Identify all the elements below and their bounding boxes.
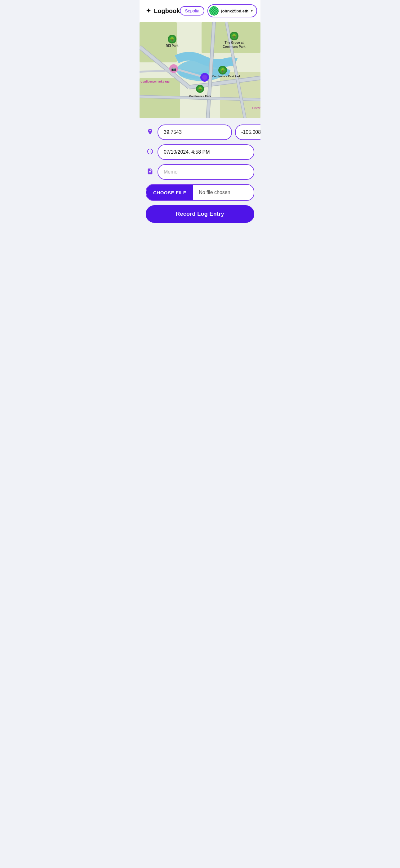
chevron-down-icon: ▾ [251,9,253,13]
bottom-spacer [139,229,261,291]
sparkle-icon: ✦ [146,7,151,15]
svg-text:🌳: 🌳 [170,37,175,42]
avatar-image [209,6,219,16]
svg-text:🌳: 🌳 [220,68,226,73]
app-title: Logbook [154,7,180,14]
wallet-address: johnx25bd.eth [221,9,248,13]
memo-icon [146,168,155,176]
svg-text:Histori: Histori [253,106,261,110]
memo-input[interactable] [158,164,254,180]
app-header: ✦ Logbook Sepolia johnx25bd.eth ▾ [139,0,261,22]
svg-text:Confluence Park / REI: Confluence Park / REI [140,80,170,83]
datetime-row [146,144,254,160]
form-container: CHOOSE FILE No file chosen Record Log En… [139,118,261,229]
avatar [209,6,219,16]
logo-container: ✦ Logbook [146,7,180,15]
location-icon [146,128,155,136]
latitude-input[interactable] [158,124,232,140]
longitude-input[interactable] [235,124,261,140]
file-chosen-label: No file chosen [193,185,254,200]
header-actions: Sepolia johnx25bd.eth ▾ [180,4,257,18]
svg-text:REI Park: REI Park [166,44,178,48]
svg-text:🌳: 🌳 [232,34,237,39]
svg-text:Confluence Park: Confluence Park [189,95,211,98]
memo-row [146,164,254,180]
svg-text:The Grove at: The Grove at [225,41,244,44]
svg-text:🌳: 🌳 [198,87,202,91]
map-view[interactable]: 🌳 🌳 🌳 🌳 📷 REI Park The Grove at Commons … [139,22,261,118]
clock-icon [146,148,155,156]
svg-point-21 [202,75,207,80]
record-log-entry-button[interactable]: Record Log Entry [146,205,254,223]
file-input-row: CHOOSE FILE No file chosen [146,184,254,201]
choose-file-button[interactable]: CHOOSE FILE [146,185,193,200]
svg-text:📷: 📷 [171,66,176,71]
svg-text:Confluence East Park: Confluence East Park [212,75,241,78]
coord-inputs [158,124,261,140]
coordinates-row [146,124,254,140]
wallet-button[interactable]: johnx25bd.eth ▾ [207,4,257,18]
network-badge[interactable]: Sepolia [180,6,204,16]
map-svg: 🌳 🌳 🌳 🌳 📷 REI Park The Grove at Commons … [139,22,261,118]
datetime-input[interactable] [158,144,254,160]
svg-text:Commons Park: Commons Park [223,45,245,49]
